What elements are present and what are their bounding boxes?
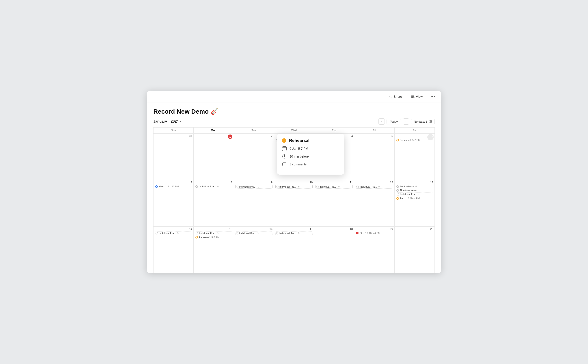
date-10: 10 [275, 181, 313, 184]
cell-jan11[interactable]: 11 Individual Pra... ↻ [314, 180, 354, 226]
dot3 [434, 96, 435, 97]
cell-jan16[interactable]: 16 Individual Pra... ↻ [234, 227, 274, 273]
top-bar: Share View [147, 91, 441, 102]
indpra16-text: Individual Pra... [239, 232, 256, 235]
recurring-icon17: ↻ [298, 232, 300, 234]
cell-jan6[interactable]: 6 Rehearsal 5-7 PM [395, 134, 435, 180]
view-button[interactable]: View [408, 94, 425, 99]
cell-jan19[interactable]: 19 St... 10 AM - 4 PM [354, 227, 394, 273]
page-content: Record New Demo 🎸 January 2024 ▾ ‹ Today… [147, 102, 441, 273]
cell-jan20[interactable]: 20 [395, 227, 435, 273]
share-label: Share [394, 95, 402, 98]
popup-comments-row: 3 comments [282, 162, 339, 167]
date-12: 12 [356, 181, 393, 184]
event-indpra-jan17[interactable]: Individual Pra... ↻ [275, 232, 313, 235]
date-31: 31 [155, 135, 192, 138]
event-circle-bookrelease [396, 185, 399, 188]
cell-jan17[interactable]: 17 Individual Pra... ↻ [274, 227, 314, 273]
rehearsal15-text: Rehearsal [199, 236, 210, 239]
event-bookrelease-jan13[interactable]: Book release sh... [396, 185, 433, 188]
cell-jan8[interactable]: 8 Individual Pra... ↻ [194, 180, 234, 226]
date-17: 17 [275, 228, 313, 231]
event-circle-finetune [396, 189, 399, 192]
event-rehearsal-jan15[interactable]: Rehearsal 5-7 PM [195, 236, 232, 239]
cell-jan7[interactable]: 7 Meet... 8 – 10 PM [154, 180, 194, 226]
popup-reminder-label: 30 min before [290, 155, 309, 158]
event-meet-jan7[interactable]: Meet... 8 – 10 PM [155, 185, 192, 188]
recurring-icon9: ↻ [258, 186, 259, 188]
day-header-sun: Sun [154, 128, 194, 134]
page-title: Record New Demo 🎸 [153, 108, 435, 115]
month-nav[interactable]: January 2024 ▾ [153, 119, 181, 124]
cell-jan12[interactable]: 12 Individual Pra... ↻ [354, 180, 394, 226]
date-13: 13 [396, 181, 433, 184]
popup-title-row: Rehearsal [282, 138, 339, 143]
day-headers: Sun Mon Tue Wed Thu Fri Sat [153, 127, 435, 134]
recurring-icon16: ↻ [258, 232, 259, 234]
cell-jan18[interactable]: 18 [314, 227, 354, 273]
cell-jan13[interactable]: 13 Book release sh... Fine-tune arran...… [395, 180, 435, 226]
popup-title: Rehearsal [289, 138, 310, 143]
day-header-tue: Tue [234, 128, 274, 134]
date-5: 5 [356, 135, 393, 138]
day-header-fri: Fri [354, 128, 394, 134]
event-re-jan13[interactable]: Re... 10 AM-4 PM [396, 197, 433, 200]
event-indpra-jan9[interactable]: Individual Pra... ↻ [235, 185, 272, 188]
cell-jan5[interactable]: 5 [354, 134, 394, 180]
cell-jan10[interactable]: 10 Individual Pra... ↻ [274, 180, 314, 226]
dot2 [432, 96, 433, 97]
recurring-icon10: ↻ [298, 186, 300, 188]
date-15: 15 [195, 228, 232, 231]
svg-point-1 [389, 96, 390, 97]
popup-date-label: 6 Jan 5-7 PM [290, 147, 308, 150]
cell-jan9[interactable]: 9 Individual Pra... ↻ [234, 180, 274, 226]
today-button[interactable]: Today [387, 119, 401, 124]
cell-jan15[interactable]: 15 Individual Pra... ↻ Rehearsal 5-7 PM [194, 227, 234, 273]
date-19: 19 [356, 228, 393, 231]
popup-reminder-row: 30 min before [282, 154, 339, 159]
indpra15-text: Individual Pra... [199, 232, 216, 235]
chevron-down-icon: ▾ [180, 120, 181, 123]
no-date-label: No date: 3 [414, 120, 427, 123]
cell-jan1[interactable]: 1 [194, 134, 234, 180]
cell-jan2[interactable]: 2 [234, 134, 274, 180]
share-button[interactable]: Share [386, 94, 405, 99]
recurring-icon15: ↻ [217, 232, 219, 234]
date-9: 9 [235, 181, 272, 184]
event-circle-indpra16 [236, 232, 239, 234]
event-indpra-jan11[interactable]: Individual Pra... ↻ [316, 185, 353, 188]
nav-controls: ‹ Today › No date: 3 [378, 118, 435, 125]
month-label: January [153, 119, 167, 124]
date-14: 14 [155, 228, 192, 231]
date-1-today: 1 [228, 135, 232, 139]
cell-jan14[interactable]: 14 Individual Pra... ↻ [154, 227, 194, 273]
svg-point-8 [414, 97, 414, 98]
cell-dec31[interactable]: 31 [154, 134, 194, 180]
prev-month-button[interactable]: ‹ [378, 118, 385, 125]
event-indpra-jan12[interactable]: Individual Pra... ↻ [356, 185, 393, 188]
svg-line-3 [390, 97, 391, 98]
more-options-button[interactable] [429, 95, 437, 98]
rehearsal-popup: Rehearsal 6 Jan 5-7 PM 30 min before 3 c… [277, 134, 344, 175]
event-st-jan19[interactable]: St... 10 AM - 4 PM [356, 232, 393, 235]
date-16: 16 [235, 228, 272, 231]
event-indpra-jan15[interactable]: Individual Pra... ↻ [195, 232, 232, 235]
recurring-icon13: ↻ [418, 193, 420, 196]
no-date-button[interactable]: No date: 3 [411, 119, 435, 124]
event-indpra-jan14[interactable]: Individual Pra... ↻ [155, 232, 192, 235]
indpra8-text: Individual Pra... [199, 185, 216, 188]
event-indpra-jan8[interactable]: Individual Pra... ↻ [195, 185, 232, 188]
next-month-button[interactable]: › [403, 118, 409, 125]
popup-date-row: 6 Jan 5-7 PM [282, 146, 339, 151]
calendar-icon [282, 146, 287, 151]
hover-circle [427, 134, 434, 140]
event-rehearsal-jan6[interactable]: Rehearsal 5-7 PM [396, 138, 433, 142]
indpra13-text: Individual Pra... [400, 193, 417, 196]
event-indpra-jan13[interactable]: Individual Pra... ↻ [396, 193, 433, 196]
event-indpra-jan16[interactable]: Individual Pra... ↻ [235, 232, 272, 235]
recurring-icon11: ↻ [338, 186, 340, 188]
rehearsal-text: Rehearsal [400, 139, 411, 141]
indpra9-text: Individual Pra... [239, 185, 256, 188]
event-finetune-jan13[interactable]: Fine-tune arran... [396, 189, 433, 192]
event-indpra-jan10[interactable]: Individual Pra... ↻ [275, 185, 313, 188]
